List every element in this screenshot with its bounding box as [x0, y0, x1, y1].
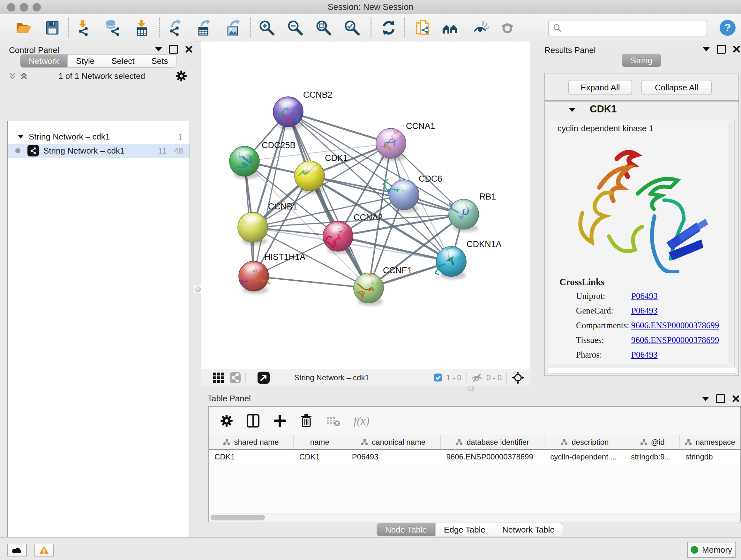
show-columns-icon[interactable] [246, 414, 260, 428]
gene-expander-icon[interactable] [569, 108, 576, 112]
delete-column-icon[interactable] [300, 414, 313, 428]
tab-network[interactable]: Network [20, 54, 68, 68]
column-header--id[interactable]: @id [625, 435, 680, 449]
crosslink-link[interactable]: P06493 [631, 350, 658, 360]
crosslink-link[interactable]: P06493 [631, 306, 658, 316]
export-network-button[interactable] [166, 19, 184, 37]
node-ccne1[interactable] [354, 273, 384, 303]
expand-all-button[interactable]: Expand All [568, 80, 632, 95]
search-input[interactable] [565, 23, 704, 33]
grid-view-icon[interactable] [212, 372, 224, 383]
bottom-splitter-handle[interactable] [468, 386, 474, 391]
selected-checkbox-icon[interactable] [434, 373, 442, 382]
open-in-window-icon[interactable] [257, 371, 270, 384]
import-table-icon [133, 19, 150, 37]
crosslink-link[interactable]: 9606.ENSP00000378699 [631, 335, 719, 345]
hide-selected-button[interactable] [471, 19, 489, 37]
edge-CCNB2-CCNA1[interactable] [288, 112, 391, 143]
cloud-icon [12, 546, 23, 554]
zoom-selected-button[interactable] [343, 19, 361, 37]
collapse-all-icon[interactable] [8, 72, 17, 80]
expand-all-icon[interactable] [20, 72, 28, 80]
tab-string[interactable]: String [622, 54, 661, 67]
column-header-canonical-name[interactable]: canonical name [346, 435, 441, 449]
tab-select[interactable]: Select [103, 54, 143, 68]
birds-eye-icon[interactable] [511, 371, 525, 384]
import-table-button[interactable] [133, 19, 151, 37]
edge-HIST1H1A-CCNE1[interactable] [254, 276, 368, 288]
add-column-icon[interactable] [273, 414, 286, 428]
column-header-database-identifier[interactable]: database identifier [441, 435, 545, 449]
table-hscrollbar-thumb[interactable] [211, 515, 265, 520]
results-scrollbar[interactable] [728, 122, 733, 364]
column-header-namespace[interactable]: namespace [680, 435, 740, 449]
node-ccna2[interactable] [323, 221, 353, 251]
close-panel-icon[interactable] [732, 395, 740, 402]
zoom-in-button[interactable] [258, 19, 276, 37]
column-header-description[interactable]: description [544, 435, 625, 449]
collapse-all-button[interactable]: Collapse All [642, 80, 712, 95]
search-field[interactable] [548, 20, 707, 37]
save-session-button[interactable] [44, 19, 61, 37]
crosslink-link[interactable]: 9606.ENSP00000378699 [631, 320, 719, 330]
panel-menu-icon[interactable] [703, 47, 710, 51]
export-image-icon [224, 19, 241, 37]
column-header-name[interactable]: name [293, 435, 346, 449]
panel-menu-icon[interactable] [155, 47, 162, 51]
import-network-button[interactable] [74, 19, 91, 37]
node-cdc25b[interactable] [229, 146, 259, 176]
close-panel-icon[interactable] [185, 45, 193, 53]
crosslinks-heading: CrossLinks [559, 277, 604, 287]
import-database-button[interactable] [103, 19, 121, 37]
table-cell: P06493 [346, 450, 441, 464]
zoom-out-button[interactable] [286, 19, 304, 37]
close-panel-icon[interactable] [733, 45, 740, 53]
apply-layout-button[interactable] [380, 19, 398, 37]
show-all-button[interactable] [498, 19, 516, 37]
collection-expand-icon[interactable] [18, 135, 23, 138]
memory-button[interactable]: Memory [687, 542, 736, 558]
network-row-selected[interactable]: String Network – cdk1 11 48 [8, 144, 190, 158]
export-table-button[interactable] [195, 19, 212, 37]
open-session-button[interactable] [15, 19, 32, 37]
table-settings-gear-icon[interactable] [220, 415, 233, 427]
delete-table-icon[interactable] [326, 415, 340, 427]
warnings-button[interactable] [35, 544, 54, 557]
node-ccnb1[interactable] [238, 212, 268, 242]
zoom-fit-button[interactable] [315, 19, 333, 37]
node-ccna1[interactable] [376, 128, 406, 159]
first-neighbors-button[interactable] [441, 19, 459, 37]
tab-node-table[interactable]: Node Table [377, 523, 435, 537]
results-hscrollbar[interactable] [548, 367, 736, 374]
help-button[interactable]: ? [719, 19, 737, 37]
node-gloss [381, 130, 401, 140]
tab-network-table[interactable]: Network Table [494, 523, 563, 537]
network-from-file-button[interactable] [414, 19, 432, 37]
tab-sets[interactable]: Sets [143, 54, 177, 68]
cloud-button[interactable] [7, 544, 27, 557]
table-hscrollbar[interactable] [209, 513, 740, 522]
network-collection-row[interactable]: String Network – cdk1 1 [8, 130, 190, 144]
node-rb1[interactable] [449, 199, 479, 229]
gear-icon[interactable] [176, 70, 187, 82]
edge-CCNB2-HIST1H1A[interactable] [254, 112, 288, 276]
node-ccnb2[interactable] [273, 97, 303, 127]
float-panel-icon[interactable] [717, 45, 726, 54]
float-panel-icon[interactable] [169, 45, 178, 54]
table-row[interactable]: CDK1CDK1P064939606.ENSP00000378699cyclin… [209, 450, 740, 464]
export-image-button[interactable] [224, 19, 242, 37]
column-header-shared-name[interactable]: shared name [209, 435, 293, 449]
panel-menu-icon[interactable] [702, 397, 709, 401]
crosslink-link[interactable]: P06493 [631, 291, 658, 301]
function-builder-icon[interactable]: f(x) [354, 414, 369, 428]
hidden-eye-icon[interactable] [471, 373, 482, 382]
node-cdk1[interactable] [294, 161, 325, 191]
network-canvas[interactable]: CCNB2CCNA1CDC25BCDK1CDC6RB1CCNB1CCNA2CDK… [201, 42, 530, 369]
float-panel-icon[interactable] [716, 394, 725, 403]
network-graph[interactable]: CCNB2CCNA1CDC25BCDK1CDC6RB1CCNB1CCNA2CDK… [201, 42, 530, 369]
node-hist1h1a[interactable] [239, 261, 270, 291]
tab-style[interactable]: Style [68, 54, 103, 68]
node-label-cdc25b: CDC25B [262, 140, 296, 150]
share-view-icon[interactable] [230, 372, 241, 383]
tab-edge-table[interactable]: Edge Table [435, 523, 494, 537]
